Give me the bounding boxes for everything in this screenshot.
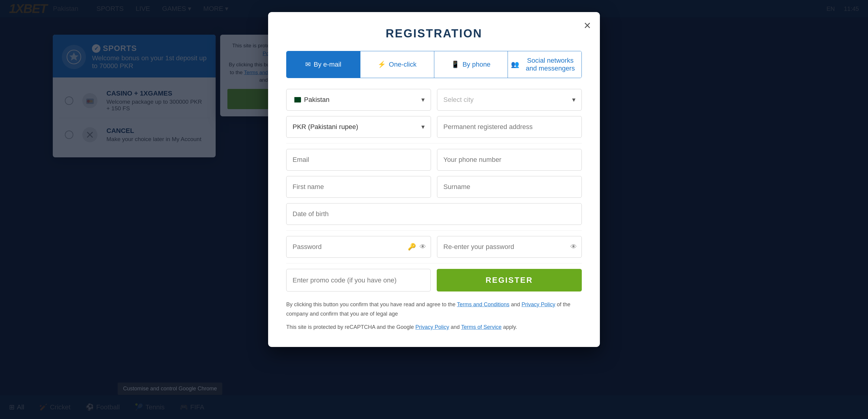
country-select[interactable]: Pakistan ▾ — [286, 89, 431, 110]
registration-tabs: ✉ By e-mail ⚡ One-click 📱 By phone 👥 Soc… — [286, 51, 582, 78]
repassword-input[interactable] — [437, 236, 582, 258]
divider-1 — [286, 143, 582, 143]
oneclick-tab-icon: ⚡ — [378, 61, 386, 68]
password-field-wrapper: 🔑 👁 — [286, 236, 431, 258]
repassword-field-wrapper: 👁 — [437, 236, 582, 258]
currency-select[interactable]: PKR (Pakistani rupee) ▾ — [286, 116, 431, 138]
password-row: 🔑 👁 👁 — [286, 236, 582, 258]
surname-input[interactable] — [437, 176, 582, 198]
recaptcha-terms-link[interactable]: Terms of Service — [461, 324, 501, 330]
modal-terms-text: By clicking this button you confirm that… — [286, 300, 582, 318]
city-placeholder: Select city — [443, 96, 473, 104]
currency-field: PKR (Pakistani rupee) ▾ — [286, 116, 431, 138]
phone-tab-icon: 📱 — [451, 61, 459, 68]
tab-social[interactable]: 👥 Social networks and messengers — [508, 51, 582, 78]
divider-2 — [286, 230, 582, 231]
country-chevron-icon: ▾ — [421, 96, 425, 104]
social-tab-icon: 👥 — [511, 61, 519, 68]
modal-backdrop: × REGISTRATION ✉ By e-mail ⚡ One-click 📱… — [0, 0, 868, 419]
name-row — [286, 176, 582, 198]
promo-input[interactable] — [286, 269, 431, 291]
email-tab-icon: ✉ — [305, 61, 311, 68]
email-field-wrapper — [286, 149, 431, 171]
key-icon: 🔑 — [408, 243, 416, 251]
country-select-value: Pakistan — [292, 96, 329, 104]
password-icons: 🔑 👁 — [408, 243, 426, 251]
modal-recaptcha-text: This site is protected by reCAPTCHA and … — [286, 323, 582, 332]
country-city-row: Pakistan ▾ Select city ▾ — [286, 89, 582, 110]
city-field: Select city ▾ — [437, 89, 582, 110]
address-input[interactable] — [437, 116, 582, 138]
divider-3 — [286, 263, 582, 263]
modal-terms-link[interactable]: Terms and Conditions — [457, 301, 509, 308]
tab-oneclick[interactable]: ⚡ One-click — [361, 51, 434, 78]
phone-input[interactable] — [437, 149, 582, 171]
registration-modal: × REGISTRATION ✉ By e-mail ⚡ One-click 📱… — [268, 12, 600, 347]
modal-privacy-link[interactable]: Privacy Policy — [522, 301, 555, 308]
repassword-icons: 👁 — [570, 243, 577, 251]
dob-field-wrapper — [286, 203, 582, 225]
firstname-input[interactable] — [286, 176, 431, 198]
currency-value: PKR (Pakistani rupee) — [292, 123, 358, 131]
register-submit-button[interactable]: REGISTER — [437, 269, 582, 291]
country-label: Pakistan — [304, 96, 329, 104]
city-chevron-icon: ▾ — [572, 96, 576, 104]
country-field: Pakistan ▾ — [286, 89, 431, 110]
firstname-field-wrapper — [286, 176, 431, 198]
dob-row — [286, 203, 582, 225]
eye-icon[interactable]: 👁 — [420, 243, 426, 251]
currency-chevron-icon: ▾ — [421, 123, 425, 131]
email-phone-row — [286, 149, 582, 171]
tab-email[interactable]: ✉ By e-mail — [286, 51, 361, 78]
surname-field-wrapper — [437, 176, 582, 198]
email-input[interactable] — [286, 149, 431, 171]
recaptcha-privacy-link[interactable]: Privacy Policy — [415, 324, 449, 330]
modal-close-button[interactable]: × — [584, 19, 591, 31]
address-field — [437, 116, 582, 138]
tab-phone[interactable]: 📱 By phone — [434, 51, 508, 78]
currency-address-row: PKR (Pakistani rupee) ▾ — [286, 116, 582, 138]
modal-title: REGISTRATION — [286, 27, 582, 40]
dob-input[interactable] — [286, 203, 582, 225]
phone-field-wrapper — [437, 149, 582, 171]
city-select[interactable]: Select city ▾ — [437, 89, 582, 110]
pakistan-flag-icon — [292, 97, 301, 102]
promo-register-row: REGISTER — [286, 269, 582, 291]
eye-slash-icon[interactable]: 👁 — [570, 243, 577, 251]
